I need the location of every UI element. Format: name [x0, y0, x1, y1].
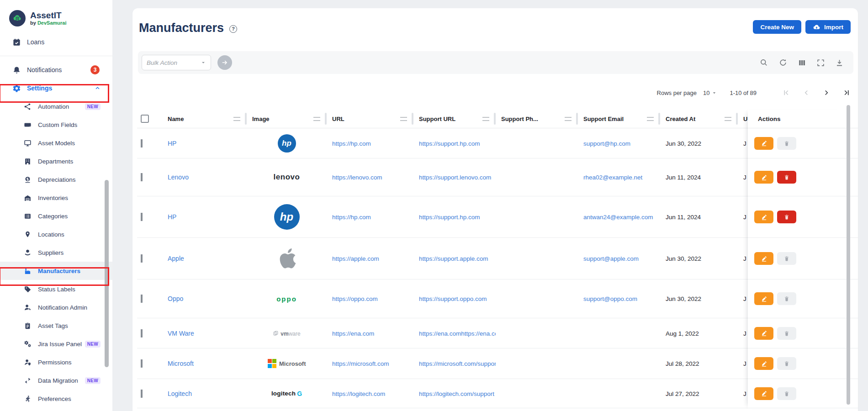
- support-email-link[interactable]: support@hp.com: [583, 140, 630, 147]
- delete-button[interactable]: [777, 357, 796, 370]
- sidebar-item-custom-fields[interactable]: Custom Fields: [0, 116, 112, 134]
- sidebar-item-asset-tags[interactable]: Asset Tags: [0, 316, 112, 335]
- manufacturer-name-link[interactable]: VM Ware: [168, 330, 194, 337]
- row-checkbox[interactable]: [141, 139, 143, 148]
- help-icon[interactable]: ?: [229, 25, 237, 33]
- edit-button[interactable]: [754, 387, 773, 400]
- sidebar-item-preferences[interactable]: Preferences: [0, 390, 112, 408]
- support-email-link[interactable]: support@apple.com: [583, 255, 639, 262]
- column-menu-icon[interactable]: [647, 117, 654, 121]
- sidebar-item-inventories[interactable]: Inventories: [0, 189, 112, 207]
- delete-button[interactable]: [777, 137, 796, 150]
- support-url-link[interactable]: https://support.hp.com: [419, 140, 480, 147]
- sidebar-item-permissions[interactable]: Permissions: [0, 353, 112, 371]
- fullscreen-icon[interactable]: [816, 58, 825, 67]
- search-icon[interactable]: [759, 58, 768, 67]
- column-header-support-ph[interactable]: Support Ph...: [496, 110, 578, 128]
- sidebar-item-depreciations[interactable]: Depreciations: [0, 170, 112, 189]
- url-link[interactable]: https://logitech.com: [332, 390, 385, 397]
- table-scrollbar-thumb[interactable]: [847, 105, 850, 405]
- support-url-link[interactable]: https://support.hp.com: [419, 214, 480, 221]
- sidebar-item-suppliers[interactable]: Suppliers: [0, 243, 112, 262]
- column-header-url[interactable]: URL: [327, 110, 413, 128]
- next-page-button[interactable]: [822, 89, 831, 97]
- support-url-link[interactable]: https://support.oppo.com: [419, 295, 487, 302]
- column-menu-icon[interactable]: [482, 117, 489, 121]
- column-menu-icon[interactable]: [313, 117, 320, 121]
- url-link[interactable]: https://hp.com: [332, 214, 371, 221]
- sidebar-item-asset-models[interactable]: Asset Models: [0, 134, 112, 152]
- url-link[interactable]: https://hp.com: [332, 140, 371, 147]
- delete-button[interactable]: [777, 252, 796, 265]
- manufacturer-name-link[interactable]: HP: [168, 213, 176, 221]
- previous-page-button[interactable]: [802, 89, 810, 97]
- support-url-link[interactable]: https://support.lenovo.com: [419, 174, 491, 181]
- column-header-support-email[interactable]: Support Email: [578, 110, 660, 128]
- column-menu-icon[interactable]: [565, 117, 572, 121]
- row-checkbox[interactable]: [141, 295, 143, 303]
- row-checkbox[interactable]: [141, 213, 143, 221]
- column-menu-icon[interactable]: [400, 117, 407, 121]
- edit-button[interactable]: [754, 357, 773, 370]
- column-header-created-at[interactable]: Created At: [660, 110, 738, 128]
- column-header-image[interactable]: Image: [247, 110, 327, 128]
- import-button[interactable]: Import: [805, 20, 851, 34]
- sidebar-item-categories[interactable]: Categories: [0, 207, 112, 225]
- bulk-action-select[interactable]: Bulk Action: [142, 55, 211, 70]
- column-menu-icon[interactable]: [725, 117, 731, 121]
- bulk-action-apply-button[interactable]: [217, 55, 232, 70]
- row-checkbox[interactable]: [141, 254, 143, 263]
- sidebar-item-locations[interactable]: Locations: [0, 225, 112, 243]
- manufacturer-name-link[interactable]: Lenovo: [168, 174, 189, 181]
- delete-button[interactable]: [777, 211, 796, 223]
- row-checkbox[interactable]: [141, 390, 143, 398]
- rows-per-page-select[interactable]: 10: [703, 90, 717, 96]
- support-url-link[interactable]: https://ena.comhttps://ena.com: [419, 330, 496, 337]
- edit-button[interactable]: [754, 137, 773, 150]
- sidebar-item-departments[interactable]: Departments: [0, 152, 112, 170]
- row-checkbox[interactable]: [141, 329, 143, 337]
- edit-button[interactable]: [754, 252, 773, 265]
- row-checkbox[interactable]: [141, 359, 143, 368]
- edit-button[interactable]: [754, 292, 773, 305]
- support-url-link[interactable]: https://support.apple.com: [419, 255, 488, 262]
- sidebar-item-automation[interactable]: AutomationNEW: [0, 97, 112, 116]
- support-url-link[interactable]: https://logitech.com/support: [419, 390, 494, 397]
- manufacturer-name-link[interactable]: Microsoft: [168, 360, 194, 367]
- sidebar-item-status-labels[interactable]: Status Labels: [0, 280, 112, 298]
- delete-button[interactable]: [777, 171, 796, 184]
- sidebar-item-loans[interactable]: Loans: [0, 33, 112, 51]
- column-header-name[interactable]: Name: [162, 110, 247, 128]
- url-link[interactable]: https://ena.com: [332, 330, 374, 337]
- support-email-link[interactable]: support@oppo.com: [583, 295, 637, 302]
- support-email-link[interactable]: antwan24@example.com: [583, 214, 653, 221]
- sidebar-item-notification-admin[interactable]: Notification Admin: [0, 298, 112, 316]
- manufacturer-name-link[interactable]: Logitech: [168, 390, 192, 397]
- edit-button[interactable]: [754, 171, 773, 184]
- sidebar-item-jira-issue-panel[interactable]: Jira Issue PanelNEW: [0, 335, 112, 353]
- column-menu-icon[interactable]: [233, 117, 240, 121]
- columns-icon[interactable]: [798, 58, 806, 67]
- refresh-icon[interactable]: [778, 58, 788, 67]
- support-email-link[interactable]: rhea02@example.net: [583, 174, 642, 181]
- edit-button[interactable]: [754, 327, 773, 340]
- sidebar-item-settings[interactable]: Settings: [0, 79, 112, 97]
- url-link[interactable]: https://oppo.com: [332, 295, 378, 302]
- edit-button[interactable]: [754, 211, 773, 223]
- delete-button[interactable]: [777, 327, 796, 340]
- sidebar-scrollbar-thumb[interactable]: [105, 180, 109, 367]
- column-header-support-url[interactable]: Support URL: [413, 110, 496, 128]
- create-new-button[interactable]: Create New: [753, 20, 801, 34]
- first-page-button[interactable]: [782, 89, 790, 97]
- sidebar-item-data-migration[interactable]: Data MigrationNEW: [0, 371, 112, 390]
- delete-button[interactable]: [777, 387, 796, 400]
- manufacturer-name-link[interactable]: Apple: [168, 255, 184, 262]
- url-link[interactable]: https://apple.com: [332, 255, 379, 262]
- download-icon[interactable]: [835, 58, 844, 67]
- sidebar-item-notifications[interactable]: Notifications3: [0, 61, 112, 79]
- sidebar-item-manufacturers[interactable]: Manufacturers: [0, 262, 112, 280]
- manufacturer-name-link[interactable]: Oppo: [168, 295, 183, 302]
- url-link[interactable]: https://lenovo.com: [332, 174, 382, 181]
- manufacturer-name-link[interactable]: HP: [168, 140, 176, 147]
- row-checkbox[interactable]: [141, 173, 143, 181]
